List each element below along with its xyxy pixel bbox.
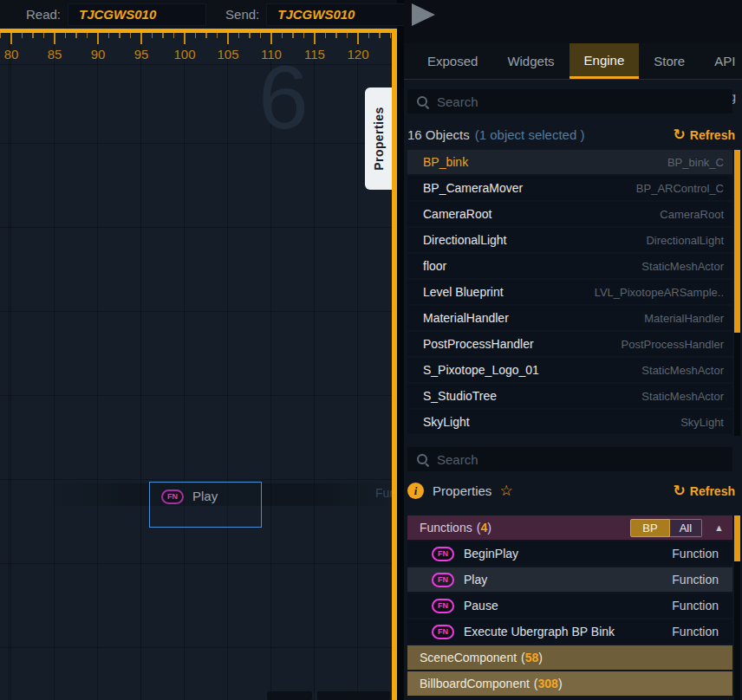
drag-ghost-label: Function [375,486,397,500]
function-icon: FN [432,573,454,587]
canvas-watermark: 6 [258,52,309,142]
favorite-star-icon[interactable]: ☆ [499,482,512,500]
read-label: Read: [26,7,61,22]
ruler-tick [314,33,316,44]
refresh-icon: ↻ [674,126,686,144]
function-icon: FN [432,547,454,561]
panel-tabs: Exposed Widgets Engine Store API Log [404,43,742,80]
play-icon[interactable] [412,3,435,26]
clipped-bottom-element [267,691,312,700]
properties-scrollbar[interactable] [734,515,740,700]
properties-side-tab[interactable]: Properties [365,88,392,190]
ruler-tick [184,33,186,44]
functions-list: FN BeginPlay Function FN Play Function F… [407,541,732,645]
objects-list: BP_bink BP_bink_C BP_CameraMover BP_ARCo… [407,150,732,436]
read-input[interactable] [68,3,206,26]
objects-search[interactable] [407,89,732,113]
tab-api-log[interactable]: API Log [700,43,742,79]
properties-header: i Properties ☆ ↻ Refresh [407,482,735,500]
function-row[interactable]: FN BeginPlay Function [407,541,732,566]
objects-count: 16 Objects [407,127,470,142]
ruler-tick [357,33,359,44]
functions-group-header[interactable]: Functions ( 4 ) BP All ▲ [407,515,732,540]
object-row[interactable]: Level Blueprint LVL_PixotopeARSample.. [407,280,732,304]
object-row[interactable]: SkyLight SkyLight [407,410,732,434]
panel-top-strip [404,0,742,43]
function-row[interactable]: FN Pause Function [407,593,732,618]
properties-side-tab-label: Properties [372,107,386,170]
info-icon[interactable]: i [407,483,424,499]
dragged-play-widget[interactable]: FN Play [149,482,262,528]
objects-selected-count: (1 object selected ) [475,127,585,142]
object-row[interactable]: S_Pixotope_Logo_01 StaticMeshActor [407,358,732,382]
billboard-component-group[interactable]: BillboardComponent ( 308 ) [407,671,732,696]
engine-panel: Exposed Widgets Engine Store API Log 16 … [404,0,742,700]
tab-store[interactable]: Store [639,43,700,79]
ruler-label: 90 [76,47,120,62]
refresh-icon: ↻ [674,482,686,500]
properties-scrollbar-thumb[interactable] [734,515,740,561]
object-row[interactable]: PostProcessHandler PostProcessHandler [407,332,732,356]
function-icon: FN [432,599,454,613]
properties-search-input[interactable] [437,452,724,467]
objects-search-input[interactable] [437,94,724,109]
ruler-tick [54,33,55,44]
ruler-tick [227,33,229,44]
dragged-widget-label: Play [192,489,218,503]
ruler-label: 105 [206,47,250,62]
properties-refresh-button[interactable]: ↻ Refresh [674,482,735,500]
ruler-tick [140,33,142,44]
send-label: Send: [225,7,259,22]
properties-search[interactable] [407,447,732,471]
tab-widgets[interactable]: Widgets [492,43,569,79]
ruler-label: 85 [33,47,76,62]
function-row[interactable]: FN Play Function [407,567,732,592]
ruler-minor-ticks [0,33,392,38]
objects-refresh-button[interactable]: ↻ Refresh [674,126,735,144]
object-row[interactable]: S_StudioTree StaticMeshActor [407,384,732,408]
scene-component-group[interactable]: SceneComponent ( 58 ) [407,645,732,670]
objects-header: 16 Objects (1 object selected ) ↻ Refres… [407,126,735,144]
search-icon [416,95,429,108]
tab-engine[interactable]: Engine [570,43,640,79]
ruler-tick [270,33,272,44]
function-icon: FN [432,625,454,639]
search-icon [416,453,429,466]
function-row[interactable]: FN Execute Ubergraph BP Bink Function [407,619,732,644]
object-row[interactable]: BP_bink BP_bink_C [407,150,732,174]
object-row[interactable]: DirectionalLight DirectionalLight [407,228,732,252]
bp-all-toggle: BP All [630,519,702,537]
ruler-label: 95 [120,47,163,62]
function-icon: FN [161,489,184,504]
functions-count: 4 [480,521,487,535]
bp-toggle-button[interactable]: BP [630,519,669,537]
object-row[interactable]: MaterialHandler MaterialHandler [407,306,732,330]
objects-scrollbar-thumb[interactable] [734,150,740,333]
ruler-tick [97,33,99,44]
objects-scrollbar[interactable] [734,150,740,436]
collapse-arrow-icon[interactable]: ▲ [714,522,724,533]
viewport-canvas[interactable]: 80 85 90 95 100 105 110 115 120 6 Functi… [0,29,397,700]
properties-title: Properties [433,483,491,498]
tab-exposed[interactable]: Exposed [413,43,492,79]
clipped-bottom-element [317,691,390,700]
ruler-label: 80 [0,47,33,62]
object-row[interactable]: CameraRoot CameraRoot [407,202,732,226]
ruler-tick [10,33,12,44]
ruler-label: 100 [163,47,206,62]
object-row[interactable]: floor StaticMeshActor [407,254,732,278]
all-toggle-button[interactable]: All [670,519,702,537]
send-input[interactable] [266,3,405,26]
ruler-label: 120 [336,47,380,62]
top-bar: Read: Send: [0,0,397,29]
object-row[interactable]: BP_CameraMover BP_ARControl_C [407,176,732,200]
